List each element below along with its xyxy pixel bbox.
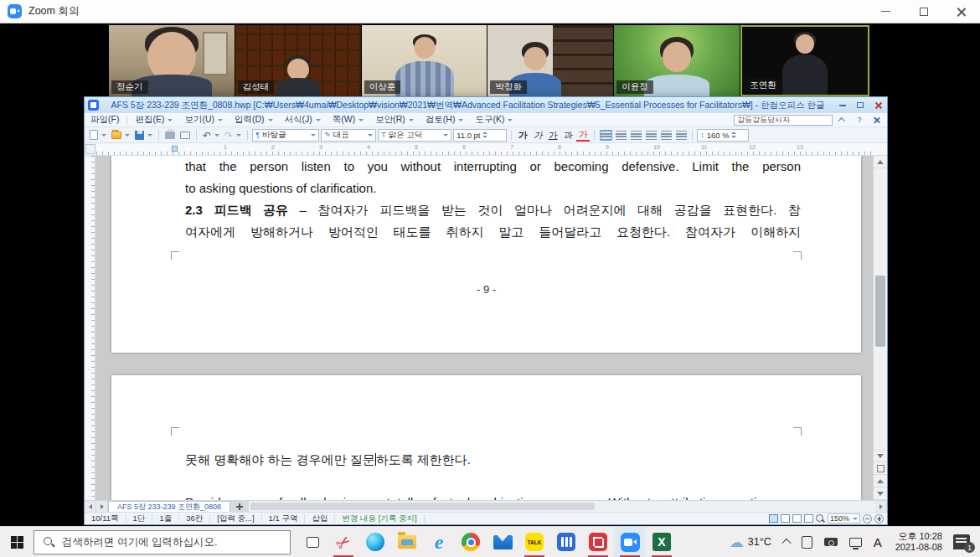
taskbar-app-capture[interactable] (582, 527, 614, 557)
weather-widget[interactable]: ☁ 31°C (724, 527, 777, 557)
taskbar-app-kakaotalk[interactable]: TALK (518, 527, 550, 557)
menu-format[interactable]: 서식(J) (279, 113, 327, 126)
style-preset-select[interactable]: ✎대표 (321, 129, 376, 142)
taskbar-app-mail[interactable] (487, 527, 518, 557)
taskbar-app-zoom[interactable] (614, 527, 646, 557)
tray-network-button[interactable] (843, 527, 868, 557)
document-tab[interactable]: AFS 5장 233-239 조연환_0808 (108, 501, 230, 512)
paragraph-style-select[interactable]: ¶바탕글 (252, 129, 319, 142)
tray-camera-button[interactable] (818, 527, 843, 557)
tray-device-button[interactable] (796, 527, 818, 557)
previous-page-button[interactable] (874, 475, 887, 487)
vertical-scrollbar[interactable] (873, 156, 887, 500)
new-document-button[interactable] (88, 129, 108, 142)
char-color-button[interactable]: 과 (561, 129, 575, 142)
scrollbar-track[interactable] (874, 168, 887, 450)
taskbar-app-file-explorer[interactable] (391, 527, 423, 557)
taskbar-app-excel[interactable]: X (646, 527, 678, 557)
minimize-button[interactable] (867, 0, 905, 23)
close-button[interactable] (942, 0, 980, 23)
ribbon-collapse-button[interactable] (836, 115, 849, 126)
first-tab-button[interactable] (85, 501, 96, 512)
preview-button[interactable] (178, 129, 192, 142)
zoom-out-button[interactable] (863, 514, 872, 523)
new-tab-button[interactable] (230, 501, 249, 512)
menu-security[interactable]: 보안(R) (369, 113, 420, 126)
ime-indicator[interactable]: A (868, 527, 888, 557)
participant-video-active-speaker[interactable]: 조연환 (740, 25, 869, 96)
bold-button[interactable]: 가 (516, 129, 529, 142)
left-margin-marker[interactable] (172, 146, 178, 152)
menu-edit[interactable]: 편집(E) (129, 113, 178, 126)
open-button[interactable] (110, 129, 132, 142)
font-size-select[interactable]: 11.0 pt (453, 129, 507, 142)
redo-button[interactable] (223, 129, 243, 142)
page-select-button[interactable] (874, 462, 887, 475)
highlight-color-button[interactable]: 가 (576, 129, 590, 142)
align-right-button[interactable] (646, 131, 657, 140)
participant-video[interactable]: 이상훈 (362, 25, 487, 96)
hidden-icons-button[interactable] (777, 527, 796, 557)
document-page-10[interactable]: 못해 명확해야 하는 경우에만 질문하도록 제한한다. Provide your… (111, 375, 861, 500)
taskbar-app-chrome[interactable] (455, 527, 487, 557)
spinner[interactable] (482, 132, 487, 138)
taskbar-app-snipping[interactable]: ✂ (328, 527, 359, 557)
menu-view[interactable]: 보기(U) (178, 113, 229, 126)
start-button[interactable] (0, 527, 34, 557)
taskbar-app-edge[interactable] (359, 527, 391, 557)
ribbon-close-button[interactable] (869, 115, 883, 126)
view-mode-split-button[interactable] (792, 514, 802, 523)
scroll-up-button[interactable] (874, 156, 887, 168)
participant-video[interactable]: 이윤정 (614, 25, 740, 96)
align-center-button[interactable] (631, 131, 642, 140)
previous-tab-button[interactable] (96, 501, 108, 512)
menu-tools[interactable]: 도구(K) (469, 113, 518, 126)
align-distribute-button[interactable] (661, 131, 672, 140)
menu-file[interactable]: 파일(F) (85, 113, 125, 126)
task-view-button[interactable] (297, 527, 328, 557)
participant-video[interactable]: 박정화 (487, 25, 613, 96)
horizontal-scrollbar[interactable] (249, 501, 875, 512)
document-canvas[interactable]: that the person listen to you without in… (95, 156, 873, 500)
view-mode-wide-button[interactable] (804, 514, 813, 523)
help-button[interactable] (853, 115, 866, 126)
scroll-down-button[interactable] (874, 450, 887, 462)
line-spacing-select[interactable]: ↕160 % (697, 129, 749, 142)
menu-page[interactable]: 쪽(W) (327, 113, 369, 126)
participant-video[interactable]: 김성태 (235, 25, 361, 96)
horizontal-scrollbar-thumb[interactable] (250, 503, 595, 510)
hwp-restore-button[interactable] (854, 101, 866, 111)
scroll-right-button[interactable] (875, 501, 887, 512)
maximize-button[interactable] (905, 0, 942, 23)
undo-button[interactable] (201, 129, 221, 142)
search-input[interactable] (62, 536, 290, 548)
status-insert-mode[interactable]: 삽입 (305, 514, 335, 523)
print-button[interactable] (163, 129, 177, 142)
hwp-close-button[interactable] (872, 101, 884, 111)
participant-video[interactable]: 정순기 (109, 25, 235, 96)
document-page-9[interactable]: that the person listen to you without in… (111, 156, 861, 353)
scrollbar-thumb[interactable] (875, 276, 885, 347)
underline-button[interactable]: 가 (546, 129, 560, 142)
ruler-corner-button[interactable] (85, 144, 95, 154)
align-divide-button[interactable] (676, 131, 687, 140)
taskbar-app-blue-stripes[interactable] (550, 527, 582, 557)
horizontal-ruler[interactable]: 1 2 3 4 5 6 7 8 9 10 11 12 13 (85, 143, 887, 156)
action-center-button[interactable]: 1 (953, 534, 970, 549)
spinner[interactable] (731, 132, 736, 138)
align-left-button[interactable] (616, 131, 627, 140)
align-justify-button[interactable] (601, 131, 611, 140)
vertical-ruler[interactable] (85, 156, 95, 500)
view-mode-normal-button[interactable] (769, 514, 778, 523)
menu-review[interactable]: 검토(H) (420, 113, 470, 126)
taskbar-clock[interactable]: 오후 10:28 2021-08-08 (888, 531, 950, 553)
italic-button[interactable]: 가 (531, 129, 544, 142)
status-track-changes[interactable]: 변경 내용 [기록 중지] (335, 514, 424, 523)
font-select[interactable]: T맑은 고딕 (378, 129, 451, 142)
view-mode-page-button[interactable] (781, 514, 790, 523)
menu-input[interactable]: 입력(D) (229, 113, 279, 126)
find-input[interactable] (734, 115, 833, 126)
taskbar-app-internet-explorer[interactable]: e (423, 527, 455, 557)
zoom-in-button[interactable] (874, 514, 884, 523)
zoom-level-select[interactable]: 150% (828, 513, 860, 523)
